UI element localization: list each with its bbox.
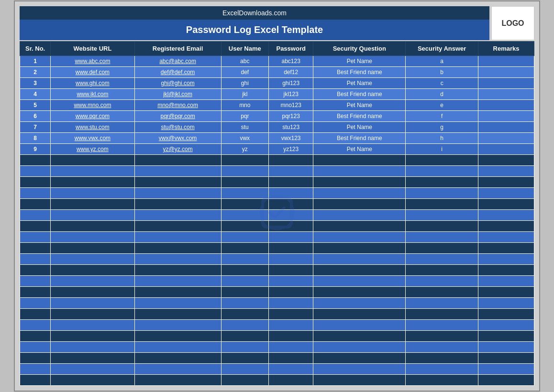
empty-cell <box>51 375 134 386</box>
table-cell: abc@abc.com <box>134 56 221 67</box>
empty-cell <box>313 199 406 210</box>
empty-cell <box>134 243 221 254</box>
table-cell: www.mno.com <box>51 100 134 111</box>
empty-cell <box>406 166 478 177</box>
empty-cell <box>406 364 478 375</box>
empty-cell <box>134 210 221 221</box>
empty-row <box>20 210 534 221</box>
empty-cell <box>313 309 406 320</box>
empty-cell <box>20 199 51 210</box>
empty-cell <box>478 254 534 265</box>
empty-row <box>20 276 534 287</box>
empty-cell <box>313 155 406 166</box>
empty-row <box>20 331 534 342</box>
empty-cell <box>20 276 51 287</box>
empty-cell <box>313 254 406 265</box>
empty-cell <box>268 155 313 166</box>
table-cell: stu123 <box>268 122 313 133</box>
empty-cell <box>313 364 406 375</box>
empty-row <box>20 221 534 232</box>
empty-cell <box>221 375 268 386</box>
empty-cell <box>406 375 478 386</box>
empty-cell <box>313 177 406 188</box>
empty-cell <box>51 243 134 254</box>
table-cell: 9 <box>20 144 51 155</box>
col-header-sa: Security Answer <box>406 42 478 56</box>
empty-cell <box>134 177 221 188</box>
empty-cell <box>478 320 534 331</box>
empty-cell <box>51 298 134 309</box>
empty-cell <box>406 287 478 298</box>
empty-row <box>20 309 534 320</box>
empty-cell <box>478 210 534 221</box>
table-cell: a <box>406 56 478 67</box>
empty-cell <box>268 309 313 320</box>
table-cell: def@def.com <box>134 67 221 78</box>
table-cell: ghi@ghi.com <box>134 78 221 89</box>
empty-cell <box>134 265 221 276</box>
empty-cell <box>20 342 51 353</box>
empty-cell <box>134 320 221 331</box>
table-cell: vwx <box>221 133 268 144</box>
col-header-pass: Password <box>268 42 313 56</box>
empty-cell <box>221 298 268 309</box>
table-row: 2www.def.comdef@def.comdefdef12Best Frie… <box>20 67 534 78</box>
table-row: 1www.abc.comabc@abc.comabcabc123Pet Name… <box>20 56 534 67</box>
empty-cell <box>268 331 313 342</box>
empty-cell <box>221 331 268 342</box>
empty-cell <box>20 210 51 221</box>
empty-cell <box>51 155 134 166</box>
empty-cell <box>478 188 534 199</box>
empty-cell <box>221 210 268 221</box>
top-bar: ExcelDownloads.com Password Log Excel Te… <box>20 6 534 40</box>
table-cell: www.ghi.com <box>51 78 134 89</box>
table-wrapper: Sr. No. Website URL Registered Email Use… <box>20 41 534 386</box>
empty-cell <box>221 188 268 199</box>
table-cell: 4 <box>20 89 51 100</box>
empty-cell <box>221 353 268 364</box>
empty-cell <box>313 276 406 287</box>
empty-cell <box>268 298 313 309</box>
empty-row <box>20 265 534 276</box>
title-section: ExcelDownloads.com Password Log Excel Te… <box>20 6 489 40</box>
empty-cell <box>478 243 534 254</box>
empty-cell <box>478 265 534 276</box>
table-cell: pqr@pqr.com <box>134 111 221 122</box>
empty-cell <box>268 320 313 331</box>
empty-cell <box>51 232 134 243</box>
empty-cell <box>20 375 51 386</box>
empty-cell <box>134 342 221 353</box>
table-cell: vwx@vwx.com <box>134 133 221 144</box>
table-cell: def <box>221 67 268 78</box>
table-cell: pqr <box>221 111 268 122</box>
empty-cell <box>268 188 313 199</box>
main-container: ExcelDownloads.com Password Log Excel Te… <box>14 0 540 392</box>
table-cell: jkl <box>221 89 268 100</box>
empty-cell <box>406 298 478 309</box>
table-row: 3www.ghi.comghi@ghi.comghighi123Pet Name… <box>20 78 534 89</box>
empty-cell <box>51 221 134 232</box>
empty-cell <box>406 177 478 188</box>
empty-cell <box>406 254 478 265</box>
empty-cell <box>221 232 268 243</box>
empty-cell <box>221 199 268 210</box>
empty-cell <box>221 309 268 320</box>
empty-cell <box>134 331 221 342</box>
empty-cell <box>221 155 268 166</box>
empty-cell <box>313 265 406 276</box>
empty-cell <box>478 353 534 364</box>
col-header-email: Registered Email <box>134 42 221 56</box>
empty-cell <box>406 309 478 320</box>
empty-cell <box>20 287 51 298</box>
empty-row <box>20 243 534 254</box>
empty-cell <box>406 320 478 331</box>
table-cell: jkl123 <box>268 89 313 100</box>
table-cell: c <box>406 78 478 89</box>
empty-row <box>20 232 534 243</box>
empty-cell <box>268 166 313 177</box>
table-cell: Best Friend name <box>313 133 406 144</box>
table-cell: Pet Name <box>313 144 406 155</box>
table-cell <box>478 133 534 144</box>
empty-cell <box>478 364 534 375</box>
table-cell: www.jkl.com <box>51 89 134 100</box>
